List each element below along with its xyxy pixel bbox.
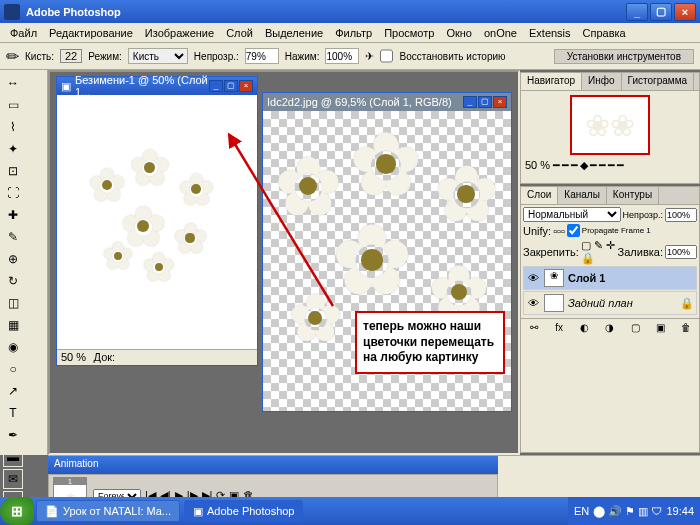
lasso-tool[interactable]: ⌇ — [3, 117, 23, 137]
doc1-close[interactable]: × — [239, 80, 253, 92]
app-title: Adobe Photoshop — [26, 6, 121, 18]
link-icon[interactable]: ⚯ — [527, 322, 541, 336]
layer-name[interactable]: Задний план — [568, 297, 633, 309]
menu-filter[interactable]: Фильтр — [329, 27, 378, 39]
notes-tool[interactable]: ✉ — [3, 469, 23, 489]
doc2-min[interactable]: _ — [463, 96, 477, 108]
minimize-button[interactable]: _ — [626, 3, 648, 21]
close-button[interactable]: × — [674, 3, 696, 21]
menu-image[interactable]: Изображение — [139, 27, 220, 39]
blend-mode-select[interactable]: Нормальный — [523, 207, 621, 222]
navigator-panel: НавигаторИнфоГистограмма ❀❀ 50 % ━━━◆━━━… — [520, 72, 700, 184]
mode-select[interactable]: Кисть — [128, 48, 188, 64]
start-button[interactable]: ⊞ — [0, 497, 34, 525]
opacity-input[interactable] — [245, 48, 279, 64]
flow-input[interactable] — [325, 48, 359, 64]
brush-tool[interactable]: ✎ — [3, 227, 23, 247]
tab-paths[interactable]: Контуры — [607, 187, 659, 204]
type-tool[interactable]: T — [3, 403, 23, 423]
tab-layers[interactable]: Слои — [521, 187, 558, 204]
doc2-close[interactable]: × — [493, 96, 507, 108]
airbrush-icon[interactable]: ✈ — [365, 50, 374, 63]
fill-input[interactable] — [665, 245, 697, 259]
folder-icon[interactable]: ▢ — [628, 322, 642, 336]
adjustment-icon[interactable]: ◑ — [603, 322, 617, 336]
tab-channels[interactable]: Каналы — [558, 187, 607, 204]
tray-icons[interactable]: ⬤ 🔊 ⚑ ▥ 🛡 — [593, 505, 662, 518]
menu-window[interactable]: Окно — [440, 27, 478, 39]
tab-navigator[interactable]: Навигатор — [521, 73, 582, 90]
layer-bottom-controls: ⚯ fx ◐ ◑ ▢ ▣ 🗑 — [521, 318, 699, 339]
doc2-titlebar[interactable]: Idc2d2.jpg @ 69,5% (Слой 1, RGB/8) _▢× — [263, 93, 511, 111]
trash-icon[interactable]: 🗑 — [679, 322, 693, 336]
flow-label: Нажим: — [285, 51, 320, 62]
crop-tool[interactable]: ⊡ — [3, 161, 23, 181]
new-layer-icon[interactable]: ▣ — [654, 322, 668, 336]
eraser-tool[interactable]: ◫ — [3, 293, 23, 313]
fx-icon[interactable]: fx — [552, 322, 566, 336]
marquee-tool[interactable]: ▭ — [3, 95, 23, 115]
menu-help[interactable]: Справка — [577, 27, 632, 39]
menu-extensis[interactable]: Extensis — [523, 27, 577, 39]
animation-title[interactable]: Animation — [48, 456, 498, 474]
propagate-check[interactable] — [567, 224, 580, 237]
history-checkbox[interactable] — [380, 48, 393, 64]
layer-opacity-input[interactable] — [665, 208, 697, 222]
annotation-box: теперь можно наши цветочки перемещать на… — [355, 311, 505, 374]
lock-label: Закрепить: — [523, 246, 579, 258]
unify-icons[interactable]: ▫▫▫ — [553, 225, 565, 237]
doc1-min[interactable]: _ — [209, 80, 223, 92]
lock-icon: 🔒 — [680, 297, 694, 310]
titlebar: Adobe Photoshop _ ▢ × — [0, 0, 700, 23]
brush-label: Кисть: — [25, 51, 54, 62]
blur-tool[interactable]: ◉ — [3, 337, 23, 357]
propagate-label: Propagate Frame 1 — [582, 226, 651, 235]
install-presets-button[interactable]: Установки инструментов — [554, 49, 694, 64]
doc1-status: 50 % Док: — [57, 349, 257, 365]
slice-tool[interactable]: ⛶ — [3, 183, 23, 203]
heal-tool[interactable]: ✚ — [3, 205, 23, 225]
shape-tool[interactable]: ▬ — [3, 447, 23, 467]
taskbar-item-2[interactable]: ▣Adobe Photoshop — [184, 500, 303, 522]
maximize-button[interactable]: ▢ — [650, 3, 672, 21]
navigator-thumbnail[interactable]: ❀❀ — [570, 95, 650, 155]
menu-select[interactable]: Выделение — [259, 27, 329, 39]
menu-file[interactable]: Файл — [4, 27, 43, 39]
layer-thumb — [544, 294, 564, 312]
tab-histogram[interactable]: Гистограмма — [622, 73, 695, 90]
menu-layer[interactable]: Слой — [220, 27, 259, 39]
document-window-2[interactable]: Idc2d2.jpg @ 69,5% (Слой 1, RGB/8) _▢× т… — [262, 92, 512, 412]
pen-tool[interactable]: ✒ — [3, 425, 23, 445]
stamp-tool[interactable]: ⊕ — [3, 249, 23, 269]
svg-line-0 — [233, 141, 333, 306]
menu-view[interactable]: Просмотр — [378, 27, 440, 39]
taskbar-item-1[interactable]: 📄Урок от NATALI: Ma... — [36, 500, 180, 522]
lock-icons[interactable]: ▢ ✎ ✛ 🔒 — [581, 239, 616, 265]
menu-onone[interactable]: onOne — [478, 27, 523, 39]
layer-row-1[interactable]: 👁 ❀ Слой 1 — [523, 266, 697, 290]
doc2-canvas[interactable]: теперь можно наши цветочки перемещать на… — [263, 111, 511, 411]
doc1-titlebar[interactable]: ▣ Безимени-1 @ 50% (Слой 1... _▢× — [57, 77, 257, 95]
move-tool[interactable]: ↔ — [3, 73, 23, 93]
doc1-max[interactable]: ▢ — [224, 80, 238, 92]
history-brush-tool[interactable]: ↻ — [3, 271, 23, 291]
visibility-icon[interactable]: 👁 — [526, 297, 540, 309]
dodge-tool[interactable]: ○ — [3, 359, 23, 379]
wand-tool[interactable]: ✦ — [3, 139, 23, 159]
path-tool[interactable]: ↗ — [3, 381, 23, 401]
brush-size[interactable]: 22 — [60, 49, 82, 63]
nav-zoom[interactable]: 50 % — [525, 159, 550, 171]
visibility-icon[interactable]: 👁 — [526, 272, 540, 284]
tab-info[interactable]: Инфо — [582, 73, 622, 90]
clock[interactable]: 19:44 — [666, 505, 694, 517]
layer-row-bg[interactable]: 👁 Задний план 🔒 — [523, 291, 697, 315]
menu-edit[interactable]: Редактирование — [43, 27, 139, 39]
doc2-max[interactable]: ▢ — [478, 96, 492, 108]
layer-name[interactable]: Слой 1 — [568, 272, 605, 284]
system-tray[interactable]: EN ⬤ 🔊 ⚑ ▥ 🛡 19:44 — [568, 497, 700, 525]
history-label: Восстановить историю — [399, 51, 505, 62]
lang-indicator[interactable]: EN — [574, 505, 589, 517]
gradient-tool[interactable]: ▦ — [3, 315, 23, 335]
brush-preset-icon[interactable]: ✏ — [6, 47, 19, 66]
mask-icon[interactable]: ◐ — [578, 322, 592, 336]
